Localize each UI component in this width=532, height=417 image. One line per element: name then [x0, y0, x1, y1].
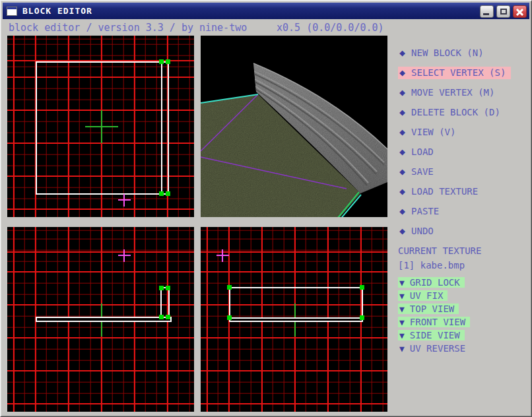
diamond-icon: ◆	[399, 207, 405, 216]
menu-item-save[interactable]: ◆ SAVE	[398, 162, 439, 181]
toggle-uv-fix[interactable]: ▼ UV FIX	[398, 290, 448, 301]
menu-item-label: SELECT VERTEX (S)	[411, 67, 506, 78]
block-outline	[160, 287, 170, 319]
block-outline	[229, 287, 363, 319]
diamond-icon: ◆	[399, 108, 405, 117]
menu-item-new-block[interactable]: ◆ NEW BLOCK (N)	[398, 43, 489, 63]
vertex-handle[interactable]	[159, 315, 164, 319]
toggle-label: GRID LOCK	[410, 277, 460, 288]
triangle-icon: ▼	[399, 305, 405, 313]
maximize-button[interactable]	[496, 5, 510, 18]
app-icon	[7, 7, 17, 16]
diamond-icon: ◆	[399, 147, 405, 157]
block-editor-window: BLOCK EDITOR block editor / version 3.3 …	[0, 0, 532, 417]
toggle-label: UV REVERSE	[410, 343, 465, 354]
toggle-side-view[interactable]: ▼ SIDE VIEW	[398, 330, 465, 340]
vertex-handle[interactable]	[166, 286, 170, 290]
vertex-handle[interactable]	[227, 285, 232, 290]
floor-slab-outline	[229, 317, 363, 322]
command-menu: ◆ NEW BLOCK (N) ◆ SELECT VERTEX (S) ◆ MO…	[398, 43, 530, 241]
vertex-handle[interactable]	[166, 315, 170, 319]
zoom-coords-status: x0.5 (0.0/0.0/0.0)	[277, 22, 384, 34]
menu-item-label: VIEW (V)	[411, 127, 455, 137]
minimize-button[interactable]	[480, 5, 494, 18]
menu-item-label: LOAD	[411, 146, 434, 157]
vertex-handle[interactable]	[227, 315, 232, 320]
diamond-icon: ◆	[399, 226, 405, 236]
toggle-uv-reverse[interactable]: ▼ UV REVERSE	[398, 343, 470, 354]
app-version-text: block editor / version 3.3 / by nine-two	[9, 22, 247, 34]
menu-item-load[interactable]: ◆ LOAD	[398, 142, 439, 162]
maximize-icon	[500, 9, 507, 15]
viewport-perspective[interactable]	[201, 36, 387, 217]
viewport-side-view[interactable]	[201, 227, 387, 412]
current-texture-heading: CURRENT TEXTURE	[398, 243, 481, 258]
toggle-grid-lock[interactable]: ▼ GRID LOCK	[398, 277, 465, 288]
menu-item-view[interactable]: ◆ VIEW (V)	[398, 122, 461, 142]
header-line: block editor / version 3.3 / by nine-two…	[1, 22, 397, 35]
viewport-top-view[interactable]	[7, 36, 194, 217]
triangle-icon: ▼	[399, 331, 405, 340]
menu-item-paste[interactable]: ◆ PASTE	[398, 201, 444, 221]
menu-item-label: SAVE	[411, 166, 434, 177]
toggle-label: FRONT VIEW	[410, 317, 465, 327]
toggle-label: UV FIX	[410, 290, 444, 301]
menu-item-label: PASTE	[411, 206, 439, 216]
diamond-icon: ◆	[399, 187, 405, 197]
menu-item-label: LOAD TEXTURE	[411, 186, 478, 197]
toggle-label: TOP VIEW	[410, 304, 454, 314]
vertex-handle[interactable]	[159, 191, 164, 196]
vertex-handle[interactable]	[166, 59, 170, 64]
menu-item-select-vertex[interactable]: ◆ SELECT VERTEX (S)	[398, 67, 511, 79]
viewport-front-view[interactable]	[7, 227, 194, 412]
floor-slab-outline	[36, 317, 172, 322]
triangle-icon: ▼	[399, 318, 405, 327]
minimize-icon	[483, 13, 489, 15]
vertex-handle[interactable]	[166, 191, 170, 196]
menu-item-load-texture[interactable]: ◆ LOAD TEXTURE	[398, 181, 483, 201]
triangle-icon: ▼	[399, 344, 405, 353]
triangle-icon: ▼	[399, 278, 405, 287]
menu-item-delete-block[interactable]: ◆ DELETE BLOCK (D)	[398, 102, 506, 122]
toggle-label: SIDE VIEW	[410, 330, 460, 340]
diamond-icon: ◆	[399, 167, 405, 177]
vertex-handle[interactable]	[360, 315, 364, 320]
diamond-icon: ◆	[399, 88, 405, 98]
toggle-options: ▼ GRID LOCK ▼ UV FIX ▼ TOP VIEW ▼ FRONT …	[398, 277, 470, 356]
3d-preview	[201, 36, 387, 217]
triangle-icon: ▼	[399, 292, 405, 300]
window-title: BLOCK EDITOR	[22, 6, 92, 16]
menu-item-label: NEW BLOCK (N)	[411, 48, 484, 58]
vertex-handle[interactable]	[159, 286, 164, 290]
menu-item-undo[interactable]: ◆ UNDO	[398, 221, 439, 241]
menu-item-label: DELETE BLOCK (D)	[411, 107, 500, 117]
toggle-front-view[interactable]: ▼ FRONT VIEW	[398, 317, 470, 327]
current-texture-value: [1] kabe.bmp	[398, 258, 481, 273]
diamond-icon: ◆	[399, 48, 405, 58]
menu-item-label: MOVE VERTEX (M)	[411, 87, 494, 98]
title-bar[interactable]: BLOCK EDITOR	[3, 3, 529, 19]
diamond-icon: ◆	[399, 127, 405, 137]
vertex-handle[interactable]	[360, 285, 364, 290]
current-texture-box: CURRENT TEXTURE [1] kabe.bmp	[398, 243, 481, 273]
toggle-top-view[interactable]: ▼ TOP VIEW	[398, 304, 459, 314]
menu-item-move-vertex[interactable]: ◆ MOVE VERTEX (M)	[398, 82, 500, 102]
diamond-icon: ◆	[399, 68, 405, 78]
vertex-handle[interactable]	[159, 59, 164, 64]
menu-item-label: UNDO	[411, 226, 434, 236]
close-button[interactable]	[513, 5, 527, 18]
block-edge	[161, 61, 162, 195]
block-outline	[36, 61, 169, 195]
